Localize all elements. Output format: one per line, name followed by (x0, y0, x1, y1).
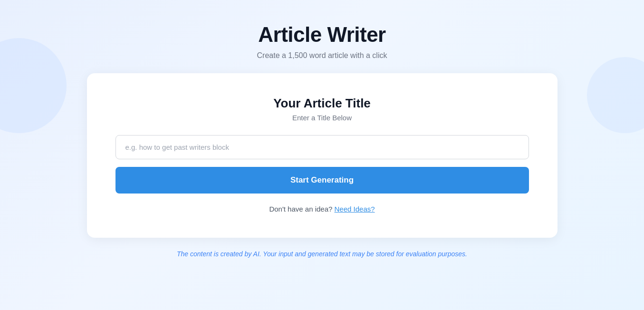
main-card: Your Article Title Enter a Title Below S… (87, 73, 557, 238)
need-ideas-link[interactable]: Need Ideas? (335, 205, 375, 213)
article-title-input[interactable] (115, 135, 529, 159)
generate-button[interactable]: Start Generating (115, 167, 529, 194)
page-title: Article Writer (257, 23, 387, 47)
header-section: Article Writer Create a 1,500 word artic… (257, 23, 387, 60)
disclaimer-text: The content is created by AI. Your input… (177, 250, 467, 258)
page-subtitle: Create a 1,500 word article with a click (257, 51, 387, 60)
ideas-prompt-text: Don't have an idea? Need Ideas? (115, 205, 529, 213)
card-subtitle: Enter a Title Below (115, 114, 529, 122)
ideas-prompt-label: Don't have an idea? (269, 205, 332, 213)
card-title: Your Article Title (115, 96, 529, 111)
